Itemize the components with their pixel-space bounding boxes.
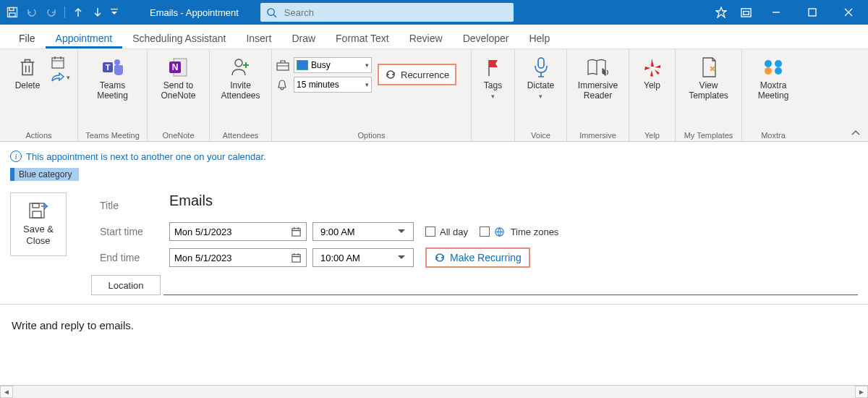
svg-rect-25 (292, 228, 300, 235)
scroll-left-icon[interactable]: ◄ (0, 386, 13, 398)
yelp-button[interactable]: Yelp (634, 52, 671, 129)
group-tags: Tags ▾ (472, 49, 515, 142)
window-title: Emails - Appointment (150, 7, 239, 18)
tab-help[interactable]: Help (519, 27, 560, 48)
view-templates-button[interactable]: View Templates (680, 52, 738, 129)
end-time-input[interactable]: 10:00 AM (312, 248, 414, 267)
svg-point-15 (235, 59, 242, 67)
ribbon-display-icon[interactable] (735, 3, 757, 22)
calendar-icon[interactable] (291, 253, 302, 263)
group-attendees: Invite Attendees Attendees (210, 49, 272, 142)
svg-point-21 (775, 67, 782, 75)
prev-item-icon[interactable] (69, 3, 88, 22)
appointment-body[interactable]: Write and reply to emails. (0, 304, 868, 331)
dictate-label: Dictate (527, 81, 554, 91)
group-label-immersive: Immersive (571, 129, 624, 142)
dictate-button[interactable]: Dictate ▾ (519, 52, 563, 129)
body-text: Write and reply to emails. (12, 319, 134, 331)
send-to-onenote-button[interactable]: N Send to OneNote (152, 52, 205, 129)
scroll-right-icon[interactable]: ► (855, 386, 868, 398)
save-icon[interactable] (3, 3, 22, 22)
category-bar: Blue category (10, 168, 858, 181)
start-time-input[interactable]: 9:00 AM (312, 222, 414, 241)
quick-access-toolbar (3, 3, 121, 22)
calendar-icon[interactable] (291, 226, 302, 237)
calendar-small-icon[interactable] (51, 55, 70, 69)
category-chip[interactable]: Blue category (10, 168, 79, 181)
location-button[interactable]: Location (91, 275, 161, 295)
tab-developer[interactable]: Developer (453, 27, 519, 48)
location-label: Location (108, 280, 143, 291)
invite-attendees-button[interactable]: Invite Attendees (214, 52, 268, 129)
immersive-reader-button[interactable]: Immersive Reader (571, 52, 625, 129)
end-time-row: Mon 5/1/2023 10:00 AM Make Recurring (169, 245, 858, 271)
svg-point-4 (268, 8, 274, 14)
tab-insert[interactable]: Insert (236, 27, 281, 48)
undo-icon[interactable] (22, 3, 41, 22)
title-label: Title (85, 192, 165, 219)
group-label-templates: My Templates (680, 129, 737, 142)
group-label-actions: Actions (4, 129, 73, 142)
start-date-value: Mon 5/1/2023 (174, 226, 232, 237)
tab-appointment[interactable]: Appointment (46, 27, 123, 48)
coming-soon-icon[interactable] (710, 3, 732, 22)
title-value[interactable]: Emails (169, 192, 858, 219)
teams-icon: T (101, 55, 125, 80)
close-button[interactable] (832, 3, 865, 22)
search-input[interactable] (283, 7, 508, 19)
delete-button[interactable]: Delete (7, 52, 48, 129)
tab-format-text[interactable]: Format Text (326, 27, 399, 48)
save-and-close-button[interactable]: Save & Close (10, 192, 67, 256)
make-recurring-button[interactable]: Make Recurring (425, 247, 530, 268)
group-label-teams: Teams Meeting (82, 129, 142, 142)
teams-meeting-button[interactable]: T Teams Meeting (82, 52, 143, 129)
time-zones-checkbox[interactable]: Time zones (480, 226, 558, 237)
all-day-checkbox[interactable]: All day (425, 226, 468, 237)
forward-small-button[interactable]: ▾ (51, 72, 70, 82)
info-icon: i (10, 151, 22, 162)
redo-icon[interactable] (42, 3, 61, 22)
tab-file[interactable]: File (9, 27, 46, 48)
make-recurring-label: Make Recurring (450, 252, 522, 263)
chevron-down-icon[interactable] (397, 229, 406, 234)
window-controls (710, 3, 865, 22)
svg-point-11 (114, 59, 120, 65)
location-input[interactable] (163, 275, 858, 295)
qat-customize-icon[interactable] (108, 3, 121, 22)
show-as-select[interactable]: Busy ▾ (294, 57, 372, 73)
group-moxtra: Moxtra Meeting Moxtra (742, 49, 804, 142)
recurrence-icon (385, 69, 396, 80)
category-label: Blue category (19, 169, 72, 179)
svg-rect-1 (9, 8, 14, 11)
group-yelp: Yelp Yelp (629, 49, 676, 142)
add-person-icon (229, 55, 253, 80)
collapse-ribbon-icon[interactable] (851, 130, 861, 137)
horizontal-scrollbar[interactable]: ◄ ► (0, 385, 868, 398)
group-label-onenote: OneNote (152, 129, 205, 142)
templates-label: View Templates (689, 81, 728, 101)
svg-rect-6 (743, 11, 749, 14)
svg-rect-8 (52, 58, 64, 68)
maximize-button[interactable] (796, 3, 829, 22)
tags-button[interactable]: Tags ▾ (476, 52, 511, 129)
reminder-select[interactable]: 15 minutes ▾ (294, 77, 372, 93)
moxtra-meeting-button[interactable]: Moxtra Meeting (746, 52, 800, 129)
group-voice: Dictate ▾ Voice (515, 49, 567, 142)
recurrence-icon (434, 252, 446, 263)
end-date-input[interactable]: Mon 5/1/2023 (169, 248, 307, 267)
tab-scheduling-assistant[interactable]: Scheduling Assistant (122, 27, 236, 48)
yelp-icon (640, 55, 665, 80)
group-actions: Delete ▾ Actions (0, 49, 78, 142)
minimize-button[interactable] (760, 3, 793, 22)
show-as-value: Busy (311, 60, 331, 70)
svg-rect-5 (741, 8, 750, 16)
appointment-form: Save & Close Title Start time End time E… (0, 187, 868, 271)
next-item-icon[interactable] (88, 3, 107, 22)
chevron-down-icon[interactable] (397, 255, 406, 261)
search-box[interactable] (260, 3, 514, 22)
start-date-input[interactable]: Mon 5/1/2023 (169, 222, 307, 241)
ribbon-tabs: File Appointment Scheduling Assistant In… (0, 25, 868, 49)
recurrence-button[interactable]: Recurrence (378, 64, 456, 85)
tab-review[interactable]: Review (399, 27, 453, 48)
tab-draw[interactable]: Draw (281, 27, 326, 48)
